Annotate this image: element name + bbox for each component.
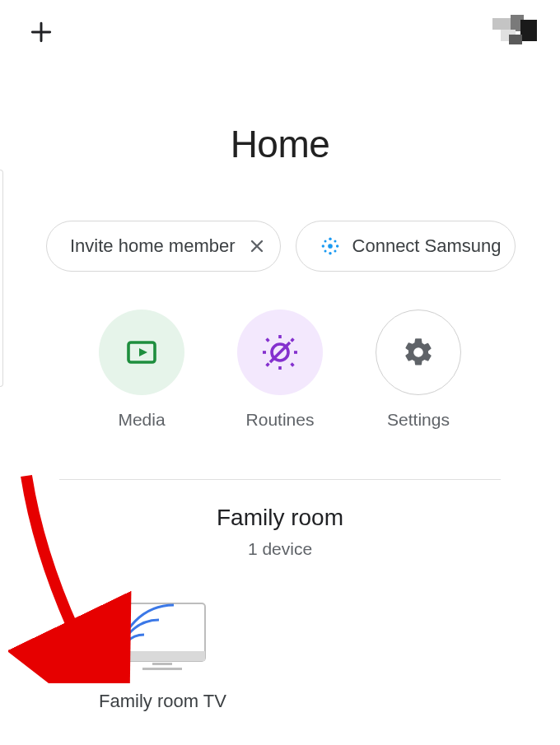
svg-point-5 — [324, 240, 326, 243]
chip-label: Connect Samsung — [352, 235, 502, 257]
media-circle — [99, 310, 184, 395]
svg-point-7 — [324, 249, 326, 252]
routines-circle — [237, 310, 323, 395]
page-title: Home — [0, 122, 560, 166]
room-section: Family room 1 device — [0, 505, 560, 559]
svg-rect-21 — [119, 651, 205, 661]
shortcut-label: Settings — [387, 410, 450, 430]
svg-point-1 — [329, 238, 331, 240]
svg-point-6 — [334, 240, 336, 243]
shortcut-routines[interactable]: Routines — [237, 310, 323, 430]
chip-connect-samsung[interactable]: Connect Samsung — [296, 221, 516, 272]
svg-point-4 — [335, 244, 338, 247]
svg-line-17 — [292, 364, 294, 366]
svg-point-0 — [328, 244, 333, 249]
device-label: Family room TV — [99, 691, 226, 712]
room-subtitle: 1 device — [0, 539, 560, 559]
close-icon[interactable] — [247, 236, 267, 256]
settings-circle — [376, 310, 461, 395]
device-family-room-tv[interactable]: Family room TV — [99, 600, 226, 712]
svg-point-8 — [334, 249, 336, 252]
plus-icon — [28, 19, 54, 45]
suggestion-chips: Invite home member Connect Samsung — [0, 221, 560, 272]
media-icon — [122, 333, 161, 372]
shortcut-settings[interactable]: Settings — [376, 310, 461, 430]
chip-invite-member[interactable]: Invite home member — [46, 221, 281, 272]
svg-rect-23 — [142, 668, 182, 670]
left-edge-decoration — [0, 170, 3, 387]
shortcut-label: Media — [118, 410, 165, 430]
add-button[interactable] — [26, 17, 56, 47]
room-name: Family room — [0, 505, 560, 531]
svg-line-16 — [267, 339, 269, 342]
shortcut-label: Routines — [246, 410, 315, 430]
account-avatar[interactable] — [492, 15, 544, 49]
smartthings-icon — [320, 235, 341, 257]
gear-icon — [402, 336, 435, 369]
divider — [59, 479, 501, 480]
svg-point-2 — [329, 252, 331, 254]
devices-row: Family room TV — [0, 600, 560, 712]
top-bar — [0, 0, 560, 49]
svg-point-3 — [321, 244, 324, 247]
svg-rect-22 — [152, 663, 172, 665]
chip-label: Invite home member — [70, 235, 236, 257]
shortcut-media[interactable]: Media — [99, 310, 184, 430]
svg-line-18 — [292, 339, 294, 342]
svg-line-19 — [267, 364, 269, 366]
cast-tv-icon — [114, 600, 210, 676]
routines-icon — [260, 333, 300, 372]
shortcuts-row: Media Routines Settings — [0, 310, 560, 430]
